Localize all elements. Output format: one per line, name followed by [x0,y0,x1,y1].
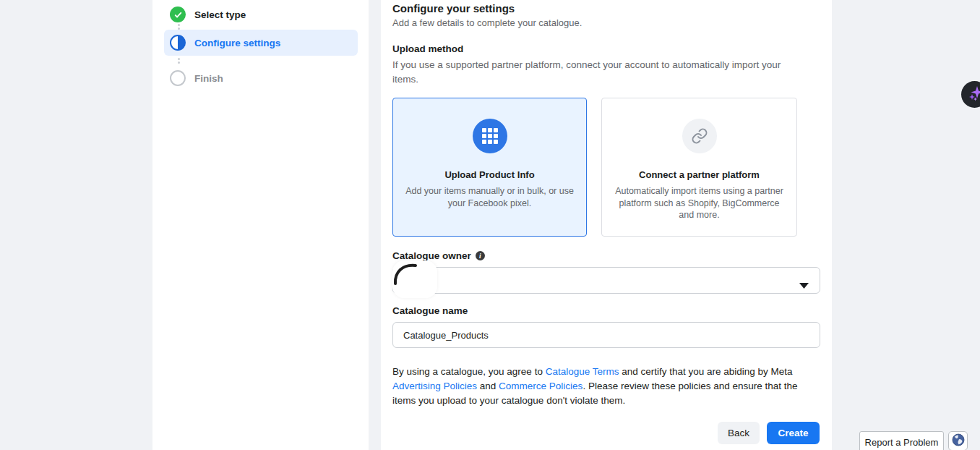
language-button[interactable] [948,431,968,450]
page-title: Configure your settings [392,2,515,14]
check-icon [170,7,186,22]
catalogue-owner-label: Catalogue owner [392,250,471,261]
globe-icon [952,433,965,449]
page-subtitle: Add a few details to complete your catal… [392,17,582,28]
catalogue-owner-select[interactable] [392,267,820,294]
sparkle-icon [966,84,980,106]
grid-icon [473,119,507,153]
wizard-steps-sidebar: Select type Configure settings Finish [152,0,369,450]
step-finish[interactable]: Finish [164,65,358,91]
card-title: Connect a partner platform [639,169,760,180]
upload-method-description: If you use a supported partner platform,… [392,58,804,87]
empty-circle-icon [170,70,186,86]
meta-ai-button[interactable] [961,81,980,108]
legal-text-part: and certify that you are abiding by Meta [619,366,792,377]
connect-partner-platform-card[interactable]: Connect a partner platform Automatically… [601,98,797,237]
catalogue-name-input[interactable] [392,322,820,348]
info-icon[interactable]: i [476,251,485,260]
catalogue-terms-link[interactable]: Catalogue Terms [546,366,619,377]
legal-text-part: and [477,381,499,391]
step-connector-dot [178,58,180,60]
card-description: Add your items manually or in bulk, or u… [393,185,586,209]
step-label: Finish [194,73,223,84]
upload-product-info-card[interactable]: Upload Product Info Add your items manua… [392,98,587,237]
legal-text-part: By using a catalogue, you agree to [392,366,546,377]
card-title: Upload Product Info [444,169,534,180]
link-icon [682,119,717,153]
advertising-policies-link[interactable]: Advertising Policies [392,381,477,391]
step-label: Configure settings [194,38,280,48]
step-configure-settings[interactable]: Configure settings [164,30,358,56]
step-connector-dot [178,24,180,26]
step-select-type[interactable]: Select type [164,1,358,27]
back-button[interactable]: Back [718,422,760,444]
step-connector-dot [178,61,180,64]
commerce-policies-link[interactable]: Commerce Policies [499,381,583,391]
half-progress-icon [170,35,186,51]
create-button[interactable]: Create [767,422,820,444]
configure-settings-panel: Configure your settings Add a few detail… [381,0,832,450]
legal-text: By using a catalogue, you agree to Catal… [392,365,820,408]
report-a-problem-button[interactable]: Report a Problem [859,431,944,450]
step-label: Select type [194,9,246,20]
catalogue-name-label: Catalogue name [392,305,468,316]
card-description: Automatically import items using a partn… [602,185,796,221]
chevron-down-icon [799,279,809,292]
upload-method-label: Upload method [392,43,463,54]
